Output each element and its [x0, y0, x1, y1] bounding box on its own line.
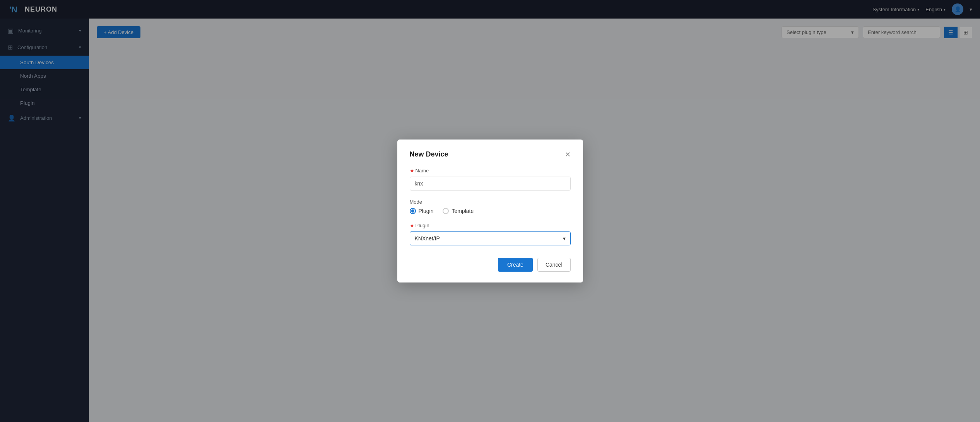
- plugin-radio-dot: [410, 208, 416, 214]
- plugin-required-star: ★: [410, 223, 414, 228]
- template-radio-dot: [443, 208, 449, 214]
- name-field: ★ Name: [410, 168, 571, 191]
- modal-footer: Create Cancel: [410, 258, 571, 272]
- layout: ▣ Monitoring ▾ ⊞ Configuration ▾ South D…: [0, 0, 980, 422]
- plugin-radio-option[interactable]: Plugin: [410, 208, 434, 214]
- mode-row: Plugin Template: [410, 208, 571, 214]
- modal-close-button[interactable]: ✕: [565, 151, 571, 158]
- create-button[interactable]: Create: [498, 258, 533, 272]
- new-device-modal: New Device ✕ ★ Name Mode: [397, 140, 583, 282]
- plugin-dropdown-value: KNXnet/IP: [415, 235, 440, 242]
- name-required-star: ★: [410, 168, 414, 174]
- modal-title: New Device: [410, 150, 448, 158]
- cancel-button[interactable]: Cancel: [537, 258, 571, 272]
- main-content: + Add Device Select plugin type ▾ ☰ ⊞ Ne…: [89, 19, 980, 422]
- template-radio-option[interactable]: Template: [443, 208, 474, 214]
- name-input[interactable]: [410, 177, 571, 191]
- template-radio-label: Template: [452, 208, 474, 214]
- plugin-dropdown[interactable]: KNXnet/IP ▾: [410, 231, 571, 245]
- modal-header: New Device ✕: [410, 150, 571, 158]
- name-label: ★ Name: [410, 168, 571, 174]
- modal-overlay[interactable]: New Device ✕ ★ Name Mode: [89, 19, 980, 422]
- mode-label: Mode: [410, 199, 571, 205]
- plugin-radio-label: Plugin: [419, 208, 434, 214]
- plugin-dropdown-chevron: ▾: [563, 235, 566, 242]
- mode-field: Mode Plugin Template: [410, 199, 571, 214]
- plugin-field: ★ Plugin KNXnet/IP ▾: [410, 223, 571, 245]
- plugin-field-label: ★ Plugin: [410, 223, 571, 228]
